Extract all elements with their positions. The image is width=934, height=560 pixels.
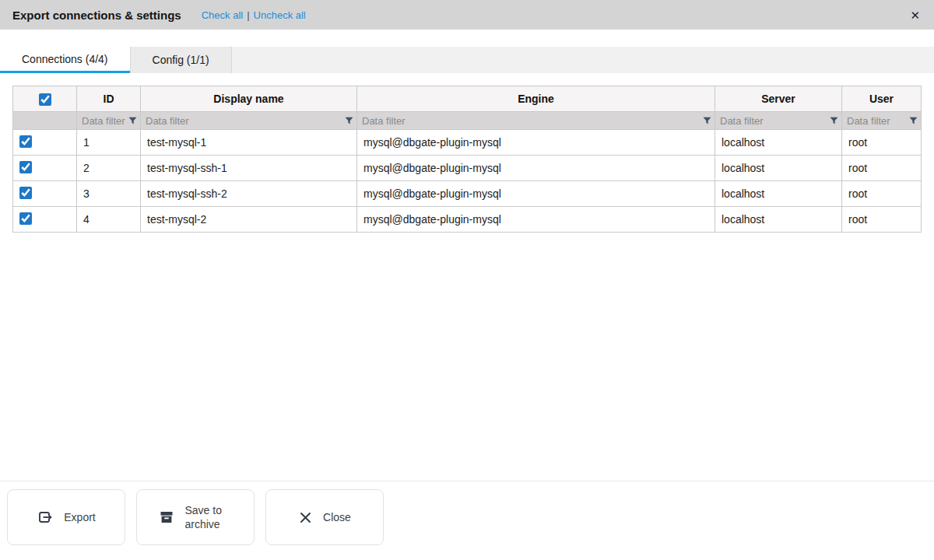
close-button-label: Close (323, 510, 351, 524)
save-to-archive-button-label: Save to archive (185, 503, 234, 531)
filter-input-id[interactable] (82, 115, 125, 127)
archive-icon (158, 509, 175, 526)
cell-server: localhost (715, 181, 842, 207)
notification-strip (0, 30, 934, 47)
save-to-archive-button[interactable]: Save to archive (136, 489, 255, 545)
dialog-footer: Export Save to archive Close (0, 481, 934, 545)
titlebar-links: Check all | Uncheck all (202, 9, 306, 21)
cell-engine: mysql@dbgate-plugin-mysql (357, 156, 715, 181)
close-icon[interactable]: ✕ (908, 8, 922, 23)
filter-funnel-icon[interactable] (909, 117, 918, 125)
cell-server: localhost (715, 156, 842, 181)
filter-cell-id (77, 112, 141, 130)
dialog-title: Export connections & settings (12, 9, 181, 22)
export-icon (37, 509, 54, 526)
cell-server: localhost (715, 130, 842, 156)
export-button[interactable]: Export (7, 489, 125, 545)
filter-cell-user (842, 112, 922, 130)
cell-engine: mysql@dbgate-plugin-mysql (357, 181, 715, 207)
cell-display-name: test-mysql-1 (141, 130, 357, 156)
table-row: 4 test-mysql-2 mysql@dbgate-plugin-mysql… (13, 207, 922, 233)
tab-connections[interactable]: Connections (4/4) (0, 47, 130, 73)
filter-input-user[interactable] (847, 115, 906, 127)
row-checkbox[interactable] (19, 187, 32, 199)
filter-funnel-icon[interactable] (345, 117, 353, 125)
tab-bar: Connections (4/4) Config (1/1) (0, 47, 934, 73)
cell-user: root (842, 207, 922, 233)
cell-user: root (842, 156, 922, 181)
row-checkbox[interactable] (19, 135, 32, 148)
filter-cell-engine (357, 112, 715, 130)
table-row: 2 test-mysql-ssh-1 mysql@dbgate-plugin-m… (13, 156, 922, 181)
check-all-link[interactable]: Check all (202, 9, 243, 21)
select-all-cell (13, 86, 77, 112)
column-header-engine: Engine (357, 86, 715, 112)
filter-funnel-icon[interactable] (830, 117, 838, 125)
filter-cell-empty (13, 112, 77, 130)
export-button-label: Export (64, 510, 95, 524)
cell-engine: mysql@dbgate-plugin-mysql (357, 130, 715, 156)
column-header-display-name: Display name (141, 86, 357, 112)
table-row: 1 test-mysql-1 mysql@dbgate-plugin-mysql… (13, 130, 922, 156)
cell-engine: mysql@dbgate-plugin-mysql (357, 207, 715, 233)
cell-display-name: test-mysql-2 (141, 207, 357, 233)
uncheck-all-link[interactable]: Uncheck all (254, 9, 306, 21)
filter-cell-server (715, 112, 842, 130)
filter-cell-display-name (141, 112, 357, 130)
tab-config[interactable]: Config (1/1) (130, 47, 232, 73)
column-header-user: User (842, 86, 922, 112)
select-all-checkbox[interactable] (39, 93, 51, 106)
connections-table-wrapper: ID Display name Engine Server User (12, 86, 922, 233)
table-row: 3 test-mysql-ssh-2 mysql@dbgate-plugin-m… (13, 181, 922, 207)
link-separator: | (247, 9, 249, 21)
filter-input-engine[interactable] (362, 115, 700, 127)
row-checkbox[interactable] (19, 212, 32, 225)
filter-funnel-icon[interactable] (128, 117, 137, 125)
cell-user: root (842, 181, 922, 207)
cell-id: 2 (77, 156, 141, 181)
filter-funnel-icon[interactable] (703, 117, 711, 125)
connections-table: ID Display name Engine Server User (12, 86, 922, 233)
close-button[interactable]: Close (265, 489, 384, 545)
column-header-id: ID (77, 86, 141, 112)
cell-display-name: test-mysql-ssh-2 (141, 181, 357, 207)
filter-row (13, 112, 922, 130)
cell-server: localhost (715, 207, 842, 233)
cell-id: 1 (77, 130, 141, 156)
table-header-row: ID Display name Engine Server User (13, 86, 922, 112)
filter-input-display-name[interactable] (146, 115, 342, 127)
dialog-titlebar: Export connections & settings Check all … (0, 0, 934, 30)
row-checkbox[interactable] (19, 161, 32, 173)
cell-display-name: test-mysql-ssh-1 (141, 156, 357, 181)
cell-id: 4 (77, 207, 141, 233)
cell-id: 3 (77, 181, 141, 207)
cell-user: root (842, 130, 922, 156)
column-header-server: Server (715, 86, 842, 112)
filter-input-server[interactable] (720, 115, 827, 127)
close-x-icon (298, 510, 313, 525)
